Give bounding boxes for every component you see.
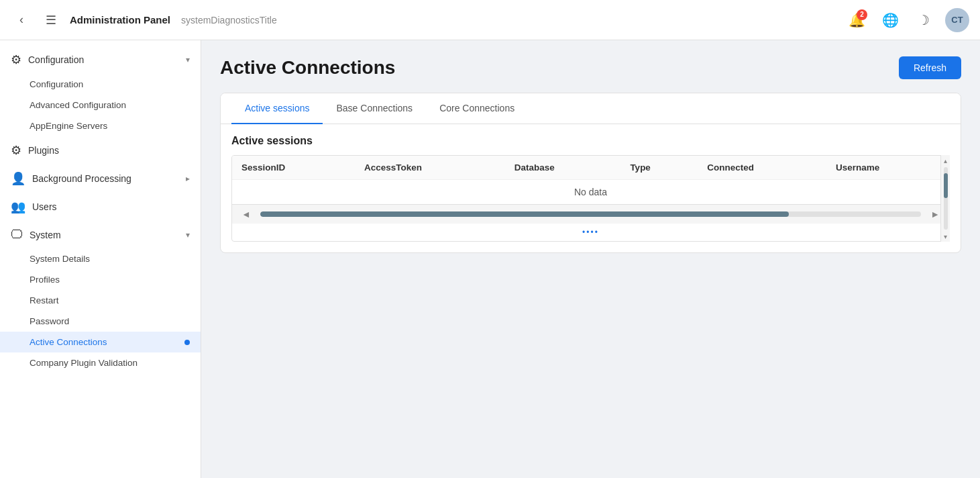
section-title: Active sessions xyxy=(231,135,950,147)
no-data-row: No data xyxy=(232,180,949,205)
scroll-up-arrow[interactable]: ▴ xyxy=(941,155,950,166)
sidebar-label-users: Users xyxy=(32,201,190,212)
notification-badge: 2 xyxy=(857,9,867,20)
sidebar-item-profiles[interactable]: Profiles xyxy=(0,269,201,290)
sidebar-section-plugins: ⚙ Plugins xyxy=(0,136,201,164)
sidebar-sub-label-active-connections: Active Connections xyxy=(30,337,107,347)
tab-base-connections[interactable]: Base Connections xyxy=(323,93,426,124)
col-session-id: SessionID xyxy=(232,156,355,180)
table-wrapper: SessionID AccessToken Database xyxy=(231,155,950,242)
sidebar-sub-label-appengine: AppEngine Servers xyxy=(30,121,107,131)
sidebar-sub-label-advanced: Advanced Configuration xyxy=(30,100,126,110)
sidebar-label-configuration: Configuration xyxy=(28,54,179,65)
horizontal-scrollbar[interactable] xyxy=(260,211,921,217)
header-icons: 🔔 2 🌐 ☽ CT xyxy=(845,8,969,32)
globe-button[interactable]: 🌐 xyxy=(878,8,902,32)
active-indicator-dot xyxy=(184,340,190,345)
content-area: Active Connections Refresh Active sessio… xyxy=(201,40,980,478)
plugin-icon: ⚙ xyxy=(11,143,21,158)
sidebar-item-plugins[interactable]: ⚙ Plugins xyxy=(0,136,201,164)
vertical-scroll-thumb xyxy=(944,173,948,198)
chevron-right-icon: ▸ xyxy=(186,174,190,183)
back-button[interactable]: ‹ xyxy=(11,9,32,31)
user-avatar[interactable]: CT xyxy=(945,8,969,32)
sidebar-item-active-connections[interactable]: Active Connections xyxy=(0,332,201,352)
col-username: Username xyxy=(826,156,949,180)
users-icon: 👥 xyxy=(11,199,25,214)
sidebar-item-configuration-sub[interactable]: Configuration xyxy=(0,74,201,95)
menu-button[interactable]: ☰ xyxy=(40,9,62,31)
theme-toggle-button[interactable]: ☽ xyxy=(912,8,936,32)
vertical-scrollbar: ▴ ▾ xyxy=(940,155,950,242)
sidebar-item-company-plugin-validation[interactable]: Company Plugin Validation xyxy=(0,352,201,373)
sidebar-section-background: 👤 Background Processing ▸ xyxy=(0,164,201,193)
col-connected: Connected xyxy=(698,156,826,180)
tabs-bar: Active sessions Base Connections Core Co… xyxy=(221,93,961,124)
sidebar-label-system: System xyxy=(30,230,179,240)
chevron-down-icon: ▾ xyxy=(186,55,190,64)
vertical-scroll-track[interactable] xyxy=(944,167,948,230)
col-access-token: AccessToken xyxy=(355,156,505,180)
sidebar-section-users: 👥 Users xyxy=(0,193,201,221)
sidebar-label-plugins: Plugins xyxy=(28,145,190,156)
sidebar-sub-label-password: Password xyxy=(30,316,69,326)
sidebar-item-password[interactable]: Password xyxy=(0,311,201,332)
globe-icon: 🌐 xyxy=(882,12,899,28)
scroll-left-arrow[interactable]: ◄ xyxy=(237,207,255,221)
sidebar-sub-label-system-details: System Details xyxy=(30,254,90,264)
horizontal-scroll-controls: ◄ ► xyxy=(232,204,949,224)
main-card: Active sessions Base Connections Core Co… xyxy=(220,93,961,253)
app-subtitle: systemDiagnosticsTitle xyxy=(181,15,277,26)
col-database: Database xyxy=(505,156,621,180)
moon-icon: ☽ xyxy=(918,12,930,28)
notification-button[interactable]: 🔔 2 xyxy=(845,8,869,32)
tab-active-sessions[interactable]: Active sessions xyxy=(231,93,323,124)
sidebar-label-background: Background Processing xyxy=(32,173,179,184)
table-section: Active sessions SessionID xyxy=(221,124,961,252)
table-scroll-container: SessionID AccessToken Database xyxy=(231,155,950,242)
top-header: ‹ ☰ Administration Panel systemDiagnosti… xyxy=(0,0,980,40)
sidebar-item-configuration[interactable]: ⚙ Configuration ▾ xyxy=(0,46,201,74)
scroll-down-arrow[interactable]: ▾ xyxy=(941,231,950,242)
processing-icon: 👤 xyxy=(11,171,25,186)
main-layout: ⚙ Configuration ▾ Configuration Advanced… xyxy=(0,40,980,478)
tab-core-connections[interactable]: Core Connections xyxy=(426,93,528,124)
no-data-cell: No data xyxy=(232,180,949,205)
system-icon: 🖵 xyxy=(11,228,23,242)
sidebar-section-system: 🖵 System ▾ System Details Profiles Resta… xyxy=(0,221,201,373)
gear-icon: ⚙ xyxy=(11,52,21,67)
sidebar: ⚙ Configuration ▾ Configuration Advanced… xyxy=(0,40,201,478)
sidebar-sub-label-company-plugin: Company Plugin Validation xyxy=(30,358,138,368)
data-table: SessionID AccessToken Database xyxy=(232,156,949,204)
sidebar-item-users[interactable]: 👥 Users xyxy=(0,193,201,221)
table-header-row: SessionID AccessToken Database xyxy=(232,156,949,180)
page-title: Active Connections xyxy=(220,57,395,79)
sidebar-sub-label-profiles: Profiles xyxy=(30,275,60,285)
sidebar-item-system-details[interactable]: System Details xyxy=(0,248,201,269)
sidebar-item-system[interactable]: 🖵 System ▾ xyxy=(0,221,201,248)
sidebar-item-appengine-servers[interactable]: AppEngine Servers xyxy=(0,115,201,136)
sidebar-item-advanced-configuration[interactable]: Advanced Configuration xyxy=(0,95,201,115)
chevron-down-icon-system: ▾ xyxy=(186,230,190,240)
sidebar-sub-label-configuration: Configuration xyxy=(30,79,83,89)
drag-handle[interactable]: •••• xyxy=(232,224,949,241)
sidebar-item-restart[interactable]: Restart xyxy=(0,290,201,311)
col-type: Type xyxy=(620,156,698,180)
sidebar-item-background-processing[interactable]: 👤 Background Processing ▸ xyxy=(0,164,201,193)
refresh-button[interactable]: Refresh xyxy=(899,56,961,79)
horizontal-scrollbar-thumb xyxy=(260,211,789,217)
page-header: Active Connections Refresh xyxy=(220,56,961,79)
sidebar-section-configuration: ⚙ Configuration ▾ Configuration Advanced… xyxy=(0,46,201,136)
app-title: Administration Panel xyxy=(70,14,170,26)
sidebar-sub-label-restart: Restart xyxy=(30,295,59,305)
